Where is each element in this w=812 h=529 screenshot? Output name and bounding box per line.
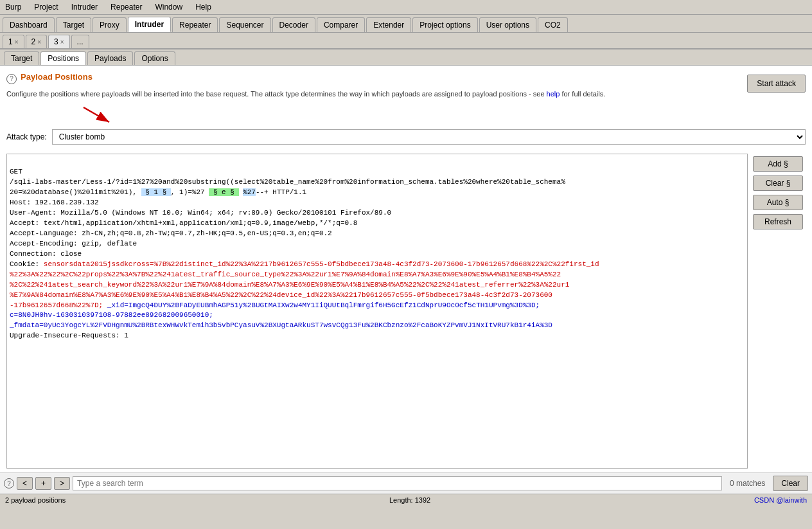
attack-tab-3-label: 3 — [54, 37, 58, 46]
highlight-param2: § e § — [209, 188, 238, 196]
length-info: Length: 1392 — [389, 496, 430, 504]
bottom-bar: ? < + > 0 matches Clear — [0, 472, 812, 494]
attack-tab-3-close[interactable]: × — [60, 39, 64, 46]
description-text: Configure the positions where payloads w… — [6, 89, 734, 99]
attack-tab-2-label: 2 — [31, 37, 36, 46]
clear-search-button[interactable]: Clear — [773, 476, 808, 491]
tab-sequencer[interactable]: Sequencer — [219, 17, 270, 32]
watermark: CSDN @lainwith — [754, 496, 807, 504]
sub-tab-positions[interactable]: Positions — [40, 51, 86, 65]
attack-tab-1-label: 1 — [8, 37, 13, 46]
attack-tab-1-close[interactable]: × — [15, 39, 19, 46]
search-input[interactable] — [73, 476, 722, 490]
help-link[interactable]: help — [547, 90, 560, 98]
top-tab-bar: Dashboard Target Proxy Intruder Repeater… — [0, 15, 812, 33]
sub-tab-target[interactable]: Target — [4, 51, 39, 65]
tab-co2[interactable]: CO2 — [538, 17, 568, 32]
attack-tab-2[interactable]: 2 × — [26, 35, 48, 48]
red-arrow-icon — [77, 104, 122, 127]
help-icon-section[interactable]: ? — [6, 74, 17, 84]
status-bar: 2 payload positions Length: 1392 CSDN @l… — [0, 494, 812, 506]
attack-type-row: Attack type: Cluster bomb — [6, 129, 806, 145]
attack-tab-1[interactable]: 1 × — [3, 35, 24, 48]
menu-help[interactable]: Help — [193, 1, 214, 13]
match-count: 0 matches — [730, 479, 765, 488]
highlight-param1: § 1 § — [141, 188, 171, 196]
tab-intruder[interactable]: Intruder — [128, 17, 171, 32]
tab-decoder[interactable]: Decoder — [272, 17, 315, 32]
highlight-param3: %27 — [243, 188, 256, 196]
sub-tab-payloads[interactable]: Payloads — [87, 51, 133, 65]
menu-project[interactable]: Project — [31, 1, 60, 13]
refresh-button[interactable]: Refresh — [753, 214, 803, 229]
attack-tabs: 1 × 2 × 3 × ... — [0, 33, 812, 49]
tab-proxy[interactable]: Proxy — [93, 17, 127, 32]
nav-add-button[interactable]: + — [35, 477, 51, 490]
nav-prev-button[interactable]: < — [17, 477, 33, 490]
menu-repeater[interactable]: Repeater — [108, 1, 145, 13]
tab-extender[interactable]: Extender — [366, 17, 411, 32]
request-text[interactable]: GET /sqli-labs-master/Less-1/?id=1%27%20… — [7, 154, 747, 468]
tab-comparer[interactable]: Comparer — [317, 17, 365, 32]
attack-tab-3[interactable]: 3 × — [48, 35, 70, 48]
sub-tabs: Target Positions Payloads Options — [0, 49, 812, 66]
req-method: GET /sqli-labs-master/Less-1/?id=1%27%20… — [10, 168, 599, 339]
tab-project-options[interactable]: Project options — [412, 17, 477, 32]
tab-target[interactable]: Target — [56, 17, 91, 32]
menu-intruder[interactable]: Intruder — [69, 1, 100, 13]
nav-next-button[interactable]: > — [54, 477, 70, 490]
menu-window[interactable]: Window — [152, 1, 185, 13]
tab-repeater[interactable]: Repeater — [172, 17, 218, 32]
auto-section-button[interactable]: Auto § — [753, 195, 803, 210]
clear-section-button[interactable]: Clear § — [753, 175, 803, 191]
start-attack-button[interactable]: Start attack — [747, 75, 806, 93]
attack-type-select[interactable]: Cluster bomb — [52, 129, 806, 145]
section-title: Payload Positions — [21, 72, 93, 82]
search-help-icon[interactable]: ? — [4, 478, 14, 489]
menu-burp[interactable]: Burp — [3, 1, 24, 13]
payload-count: 2 payload positions — [5, 496, 66, 504]
add-section-button[interactable]: Add § — [753, 156, 803, 172]
request-container: GET /sqli-labs-master/Less-1/?id=1%27%20… — [6, 154, 748, 469]
attack-tab-ellipsis[interactable]: ... — [71, 35, 89, 48]
sub-tab-options[interactable]: Options — [134, 51, 175, 65]
menu-bar: Burp Project Intruder Repeater Window He… — [0, 0, 812, 15]
tab-user-options[interactable]: User options — [479, 17, 536, 32]
tab-dashboard[interactable]: Dashboard — [3, 17, 55, 32]
attack-tab-2-close[interactable]: × — [37, 39, 41, 46]
attack-type-label: Attack type: — [6, 132, 47, 141]
